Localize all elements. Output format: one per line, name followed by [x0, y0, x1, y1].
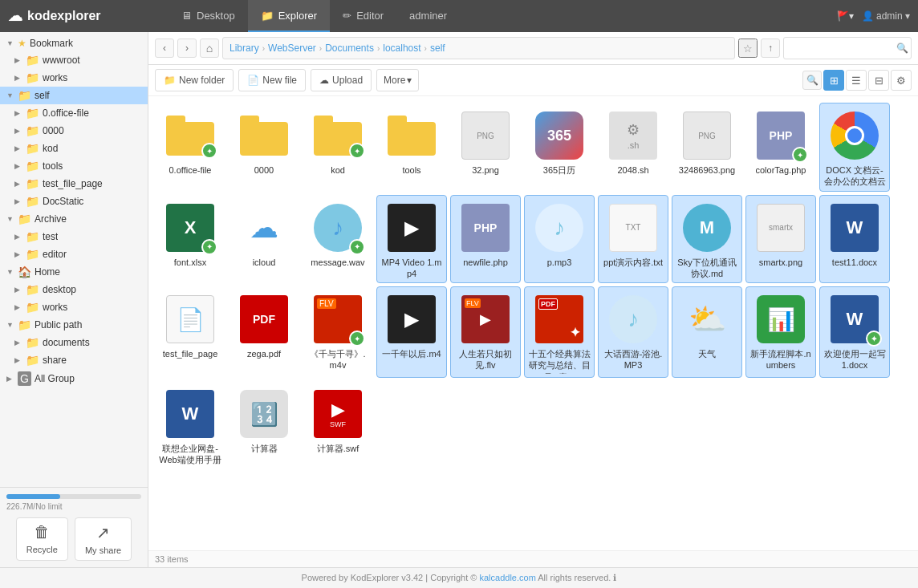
new-file-button[interactable]: 📄 New file: [238, 69, 306, 91]
bookmark-button[interactable]: ☆: [738, 39, 758, 58]
file-item-office[interactable]: ✦ 0.office-file: [155, 103, 225, 192]
sidebar-item-bookmark[interactable]: ▼ ★ Bookmark: [0, 35, 148, 51]
sidebar-item-documents[interactable]: ▶ 📁 documents: [0, 334, 148, 351]
new-folder-button[interactable]: 📁 New folder: [155, 69, 234, 91]
file-item-calc[interactable]: 🔢 计算器: [229, 381, 299, 472]
flag-icon[interactable]: 🚩▾: [837, 10, 854, 22]
file-item-lianxiang[interactable]: W 联想企业网盘-Web端使用手册1.docx: [155, 381, 225, 472]
file-item-dahua[interactable]: ♪ 大话西游-浴池.MP3: [598, 286, 668, 378]
tab-editor[interactable]: ✏ Editor: [330, 0, 396, 32]
breadcrumb-self[interactable]: self: [430, 43, 445, 54]
folder-icon: 📁: [18, 213, 31, 225]
my-share-button[interactable]: ↗ My share: [75, 517, 132, 561]
file-item-smartx[interactable]: smartx smartx.png: [745, 195, 816, 284]
tab-desktop[interactable]: 🖥 Desktop: [169, 0, 248, 32]
file-item-messagewav[interactable]: ♪ ✦ message.wav: [303, 195, 373, 284]
more-button[interactable]: More ▾: [376, 69, 419, 91]
forward-button[interactable]: ›: [177, 39, 197, 58]
sidebar-item-test[interactable]: ▶ 📁 test: [0, 228, 148, 245]
file-item-rensheng[interactable]: FLV ▶ 人生若只如初见.flv: [450, 286, 521, 378]
search-toggle[interactable]: 🔍: [802, 71, 822, 90]
file-item-sky[interactable]: M Sky下位机通讯协议.md: [672, 195, 742, 284]
sidebar-item-desktop[interactable]: ▶ 📁 desktop: [0, 281, 148, 298]
settings-button[interactable]: ⚙: [891, 70, 912, 91]
file-item-xinshou[interactable]: 📊 新手流程脚本.numbers: [745, 286, 816, 378]
chevron-down-icon: ▼: [6, 268, 14, 276]
sidebar-item-office[interactable]: ▶ 📁 0.office-file: [0, 104, 148, 122]
tab-explorer[interactable]: 📁 Explorer: [248, 0, 330, 32]
nav-tabs: 🖥 Desktop 📁 Explorer ✏ Editor adminer: [169, 0, 821, 32]
search-input[interactable]: [783, 37, 912, 59]
list-view-button[interactable]: ☰: [846, 70, 867, 91]
file-item-shiwu[interactable]: PDF ✦ 十五个经典算法研究与总结、目录+索.p: [524, 286, 595, 378]
breadcrumb-webserver[interactable]: WebServer: [268, 43, 316, 54]
file-item-icloud[interactable]: ☁ icloud: [229, 195, 299, 284]
file-item-2048[interactable]: ⚙ .sh 2048.sh: [598, 103, 668, 192]
file-item-colortag[interactable]: PHP ✦ colorTag.php: [745, 103, 816, 192]
file-item-32486png[interactable]: PNG 32486963.png: [672, 103, 742, 192]
sidebar-item-docstatic[interactable]: ▶ 📁 DocStatic: [0, 193, 148, 210]
file-item-tools[interactable]: tools: [376, 103, 447, 192]
file-item-zegapdf[interactable]: PDF zega.pdf: [229, 286, 299, 378]
sidebar-item-kod[interactable]: ▶ 📁 kod: [0, 140, 148, 157]
recycle-button[interactable]: 🗑 Recycle: [16, 517, 68, 561]
file-item-tianqi[interactable]: ⛅ 天气: [672, 286, 742, 378]
back-button[interactable]: ‹: [155, 39, 174, 58]
sidebar-item-testfilepage[interactable]: ▶ 📁 test_file_page: [0, 175, 148, 193]
file-item-32png[interactable]: PNG 32.png: [450, 103, 521, 192]
breadcrumb-localhost[interactable]: localhost: [383, 43, 420, 54]
detail-view-button[interactable]: ⊟: [868, 70, 889, 91]
file-name: font.xlsx: [159, 257, 221, 268]
file-name: 一千年以后.m4: [380, 348, 443, 359]
file-item-test11[interactable]: W test11.docx: [819, 195, 890, 284]
file-item-yiqian[interactable]: ▶ 一千年以后.m4: [376, 286, 447, 378]
user-menu[interactable]: 👤 admin ▾: [862, 10, 910, 22]
recycle-icon: 🗑: [34, 523, 50, 541]
file-item-doc-chrome[interactable]: DOCX 文档云-会办公的文档云: [819, 103, 890, 192]
sidebar-item-self[interactable]: ▼ 📁 self: [0, 87, 148, 104]
file-item-0000[interactable]: 0000: [229, 103, 299, 192]
grid-view-button[interactable]: ⊞: [823, 70, 844, 91]
sidebar-item-wwwroot[interactable]: ▶ 📁 wwwroot: [0, 51, 148, 69]
search-icon[interactable]: 🔍: [896, 43, 908, 54]
file-item-calcswf[interactable]: ▶ SWF 计算器.swf: [303, 381, 373, 472]
sidebar-item-public-path[interactable]: ▼ 📁 Public path: [0, 316, 148, 334]
file-item-kod[interactable]: ✦ kod: [303, 103, 373, 192]
sidebar-item-works2[interactable]: ▶ 📁 works: [0, 298, 148, 316]
file-grid: ✦ 0.office-file 0000: [155, 103, 912, 472]
file-item-qianyu[interactable]: FLV ✦ 《千与千寻》.m4v: [303, 286, 373, 378]
breadcrumb-library[interactable]: Library: [229, 43, 259, 54]
chevron-right-icon: ▶: [14, 286, 22, 294]
file-thumb: ⛅: [681, 294, 733, 345]
home-button[interactable]: ⌂: [200, 39, 219, 58]
file-name: 0000: [233, 164, 295, 176]
sidebar-item-works[interactable]: ▶ 📁 works: [0, 69, 148, 87]
sidebar-item-0000[interactable]: ▶ 📁 0000: [0, 122, 148, 140]
file-name: 《千与千寻》.m4v: [307, 348, 369, 371]
file-item-365[interactable]: 365 365日历: [524, 103, 595, 192]
sidebar-item-home[interactable]: ▼ 🏠 Home: [0, 263, 148, 281]
file-item-testpage[interactable]: 📄 test_file_page: [155, 286, 225, 378]
sidebar-item-tools[interactable]: ▶ 📁 tools: [0, 157, 148, 175]
chevron-right-icon: ▶: [14, 109, 22, 117]
file-area[interactable]: ✦ 0.office-file 0000: [148, 96, 918, 550]
file-item-fontxlsx[interactable]: X ✦ font.xlsx: [155, 195, 225, 284]
footer-link[interactable]: kalcaddle.com: [480, 573, 536, 582]
up-button[interactable]: ↑: [761, 39, 780, 58]
sidebar-item-editor[interactable]: ▶ 📁 editor: [0, 245, 148, 263]
sidebar-item-all-group[interactable]: ▶ G All Group: [0, 369, 148, 388]
sidebar-item-share[interactable]: ▶ 📁 share: [0, 351, 148, 369]
file-item-pmp3[interactable]: ♪ p.mp3: [524, 195, 595, 284]
sidebar-item-archive[interactable]: ▼ 📁 Archive: [0, 210, 148, 228]
file-item-ppttxt[interactable]: TXT ppt演示内容.txt: [598, 195, 668, 284]
chevron-right-icon: ▶: [14, 197, 22, 205]
upload-button[interactable]: ☁ Upload: [311, 69, 372, 91]
file-item-mp4v1[interactable]: ▶ MP4 Video 1.mp4: [376, 195, 447, 284]
tab-adminer[interactable]: adminer: [396, 0, 460, 32]
file-name: message.wav: [307, 257, 369, 268]
file-name: 32.png: [454, 164, 517, 176]
breadcrumb-documents[interactable]: Documents: [325, 43, 374, 54]
chevron-right-icon: ▶: [14, 356, 22, 364]
file-item-huanying[interactable]: W ✦ 欢迎使用一起写1.docx: [819, 286, 890, 378]
file-item-newfilephp[interactable]: PHP newfile.php: [450, 195, 521, 284]
